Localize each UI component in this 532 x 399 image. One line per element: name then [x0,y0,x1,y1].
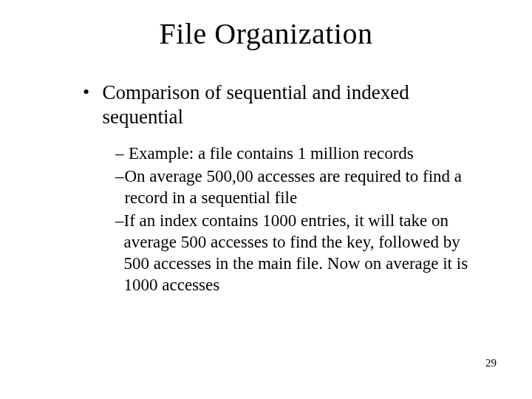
list-item: – Example: a file contains 1 million rec… [115,143,480,164]
bullet-text: Comparison of sequential and indexed seq… [102,81,473,129]
content-area: • Comparison of sequential and indexed s… [0,81,532,296]
bullet-level1: • Comparison of sequential and indexed s… [83,81,473,129]
dash-bullet-icon: – [115,166,124,187]
dot-bullet-icon: • [83,81,102,104]
sub-bullet-text: If an index contains 1000 entries, it wi… [124,210,481,296]
page-number: 29 [485,357,497,369]
slide-title: File Organization [0,16,532,51]
sub-bullet-list: – Example: a file contains 1 million rec… [115,143,480,296]
dash-bullet-icon: – [115,143,129,164]
sub-bullet-text: On average 500,00 accesses are required … [124,166,480,208]
list-item: – If an index contains 1000 entries, it … [115,210,480,296]
dash-bullet-icon: – [115,210,124,231]
list-item: – On average 500,00 accesses are require… [115,166,480,208]
sub-bullet-text: Example: a file contains 1 million recor… [129,143,414,164]
slide: File Organization • Comparison of sequen… [0,0,532,399]
